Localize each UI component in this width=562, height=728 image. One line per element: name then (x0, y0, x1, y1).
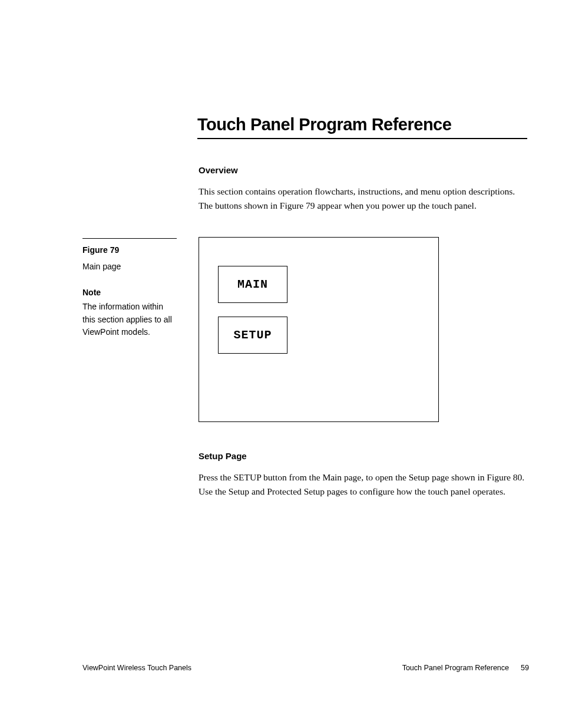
setup-button-label: SETUP (233, 328, 272, 342)
main-button-label: MAIN (237, 278, 268, 291)
sidebar-rule (82, 238, 177, 239)
document-page: Touch Panel Program Reference Overview T… (0, 0, 562, 728)
note-text: The information within this section appl… (82, 301, 177, 339)
footer-left: ViewPoint Wireless Touch Panels (82, 664, 191, 672)
page-title: Touch Panel Program Reference (197, 115, 451, 134)
note-label: Note (82, 288, 101, 297)
title-rule (197, 138, 527, 139)
main-button[interactable]: MAIN (218, 266, 287, 303)
setup-button[interactable]: SETUP (218, 317, 287, 354)
figure-caption: Main page (82, 262, 121, 271)
footer-page-number: 59 (521, 664, 529, 672)
overview-heading: Overview (199, 165, 238, 175)
footer-right: Touch Panel Program Reference (402, 664, 509, 672)
setup-body: Press the SETUP button from the Main pag… (199, 470, 531, 499)
overview-body: This section contains operation flowchar… (199, 185, 528, 213)
setup-heading: Setup Page (199, 451, 247, 461)
figure-label: Figure 79 (82, 245, 119, 255)
